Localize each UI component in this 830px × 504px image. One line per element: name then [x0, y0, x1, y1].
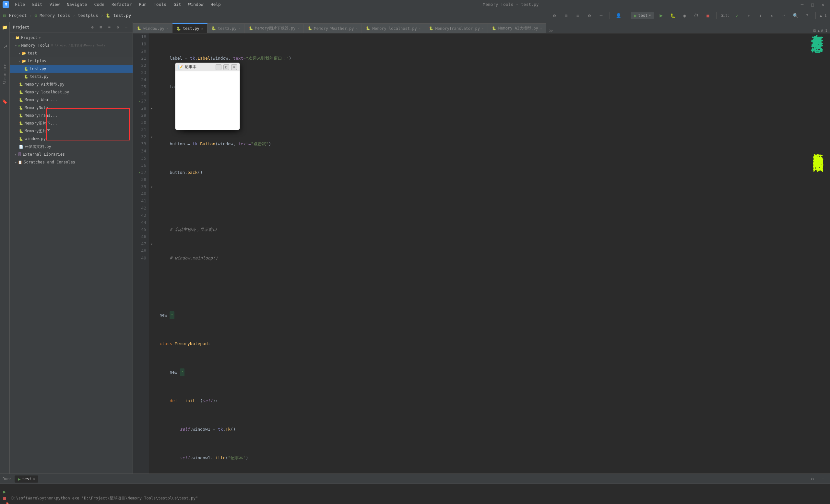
commit-sidebar-icon[interactable]: ⎇: [2, 44, 7, 49]
tab-test2-py-close[interactable]: ✕: [238, 27, 240, 30]
structure-sidebar-icon[interactable]: Structure: [3, 64, 7, 85]
tree-external-libs[interactable]: ▸ 🗄 External Libraries: [10, 151, 133, 158]
run-config-dropdown[interactable]: ▶ test ▼: [631, 12, 654, 19]
project-dropdown[interactable]: ▼: [39, 36, 41, 39]
minimize-button[interactable]: ─: [798, 0, 807, 9]
dialog-notepad-app-icon: 📝: [178, 65, 183, 69]
tree-window-py[interactable]: 🐍 window.py: [10, 135, 133, 143]
coverage-button[interactable]: ◉: [680, 11, 689, 20]
run-tab-test[interactable]: ▶ test ✕: [14, 475, 38, 482]
panel-settings-icon[interactable]: ⚙: [89, 24, 96, 30]
tab-memory-weather[interactable]: 🐍 Memory Weather.py ✕: [304, 23, 362, 33]
menu-window[interactable]: Window: [185, 1, 207, 8]
collapse-icon[interactable]: ─: [597, 11, 606, 20]
search-toolbar-icon[interactable]: 🔍: [791, 11, 800, 20]
dialog-notepad-minimize[interactable]: ─: [216, 64, 221, 70]
menu-tools[interactable]: Tools: [151, 1, 169, 8]
tab-memory-img[interactable]: 🐍 Memory图片下载器.py ✕: [245, 23, 304, 33]
panel-collapse-icon[interactable]: ─: [123, 24, 129, 30]
panel-gear-icon[interactable]: ⚙: [115, 24, 121, 30]
dialog-notepad-maximize[interactable]: □: [223, 64, 229, 70]
a1-badge: ▲ 1: [820, 13, 827, 18]
panel-layout-icon[interactable]: ⊞: [98, 24, 104, 30]
memory-ai-icon: 🐍: [19, 83, 23, 87]
tab-test-py[interactable]: 🐍 test.py ✕: [172, 23, 208, 33]
project-label[interactable]: Project: [9, 13, 27, 18]
menu-refactor[interactable]: Refactor: [108, 1, 135, 8]
tree-test2-py[interactable]: 🐍 test2.py: [10, 73, 133, 81]
layout-icon[interactable]: ⊞: [562, 11, 571, 20]
tree-project-root[interactable]: ▸ 📁 Project ▼: [10, 34, 133, 41]
tab-memory-translator-close[interactable]: ✕: [482, 27, 484, 30]
debug-button-toolbar[interactable]: 🐛: [668, 11, 677, 20]
columns-icon[interactable]: ≡: [573, 11, 582, 20]
tree-memory-img2[interactable]: 🐍 Memory图片下...: [10, 127, 133, 135]
tree-test-folder[interactable]: ▸ 📂 test: [10, 49, 133, 57]
run-pin-icon[interactable]: 📌: [3, 502, 9, 504]
tab-test2-py[interactable]: 🐍 test2.py ✕: [208, 23, 245, 33]
menu-help[interactable]: Help: [208, 1, 224, 8]
tree-testplus-folder[interactable]: ▾ 📂 testplus: [10, 57, 133, 65]
tab-window-py[interactable]: 🐍 window.py ✕: [133, 23, 172, 33]
git-arrow-down-icon[interactable]: ↓: [756, 11, 765, 20]
panel-columns-icon[interactable]: ≡: [106, 24, 113, 30]
tab-memory-ai[interactable]: 🐍 Memory AI大模型.py ✕: [488, 23, 546, 33]
undo-icon[interactable]: ↩: [779, 11, 788, 20]
close-button[interactable]: ✕: [818, 0, 827, 9]
tab-memory-translator-label: MemoryTranslator.py: [436, 26, 480, 31]
tab-memory-localhost-close[interactable]: ✕: [419, 27, 421, 30]
project-sidebar-icon[interactable]: 📁: [2, 25, 7, 30]
dialog-notepad-close[interactable]: ✕: [231, 64, 237, 70]
deco-right-bottom: 海风吹过只剩泪的咸: [812, 145, 824, 154]
menu-file[interactable]: File: [12, 1, 28, 8]
git-check-icon[interactable]: ✓: [732, 11, 741, 20]
tree-test-py[interactable]: 🐍 test.py: [10, 65, 133, 73]
menu-run[interactable]: Run: [136, 1, 150, 8]
help-toolbar-icon[interactable]: ?: [802, 11, 811, 20]
tree-memory-trans[interactable]: 🐍 MemoryTrans...: [10, 112, 133, 119]
bookmarks-sidebar-icon[interactable]: 🔖: [2, 99, 7, 104]
account-icon[interactable]: 👤: [614, 11, 623, 20]
run-settings-gear[interactable]: ⚙: [808, 474, 817, 483]
menu-view[interactable]: View: [46, 1, 63, 8]
tree-label-ext-libs: External Libraries: [23, 152, 65, 157]
run-stop-icon[interactable]: ■: [3, 496, 9, 501]
tab-test-py-close[interactable]: ✕: [201, 27, 203, 30]
tab-memory-localhost-label: Memory localhost.py: [372, 26, 417, 31]
tab-memory-weather-close[interactable]: ✕: [356, 27, 358, 30]
git-refresh-icon[interactable]: ↻: [767, 11, 776, 20]
tab-memory-img-close[interactable]: ✕: [298, 27, 299, 30]
menu-code[interactable]: Code: [91, 1, 108, 8]
run-tab-close[interactable]: ✕: [33, 477, 35, 481]
tree-memory-note[interactable]: 🐍 MemoryNote...: [10, 104, 133, 112]
run-panel-close[interactable]: ─: [818, 474, 827, 483]
run-button-toolbar[interactable]: ▶: [657, 11, 666, 20]
tree-memory-localhost[interactable]: 🐍 Memory localhost.py: [10, 88, 133, 96]
run-settings-icon[interactable]: ⚙: [550, 11, 559, 20]
tree-memory-ai[interactable]: 🐍 Memory AI大模型.py: [10, 81, 133, 88]
breadcrumb-file[interactable]: test.py: [113, 13, 131, 18]
tree-scratches[interactable]: ▸ 📋 Scratches and Consoles: [10, 158, 133, 166]
breadcrumb-testplus[interactable]: testplus: [78, 13, 98, 18]
run-restart-icon[interactable]: ▶: [3, 489, 9, 494]
tree-memory-tools[interactable]: ▾ ⚙ Memory Tools D:\Project\星球项目\Memory …: [10, 41, 133, 49]
git-settings-icon[interactable]: ⚙: [585, 11, 594, 20]
project-name[interactable]: Memory Tools: [39, 13, 70, 18]
maximize-button[interactable]: □: [808, 0, 817, 9]
menu-edit[interactable]: Edit: [29, 1, 45, 8]
dialog-notepad[interactable]: 📝 记事本 ─ □ ✕: [175, 63, 240, 130]
profile-button[interactable]: ⏱: [692, 11, 701, 20]
tab-memory-ai-close[interactable]: ✕: [540, 27, 542, 30]
git-arrow-up-icon[interactable]: ↑: [744, 11, 753, 20]
tab-window-py-close[interactable]: ✕: [166, 27, 168, 30]
tree-memory-weather[interactable]: 🐍 Memory Weat...: [10, 96, 133, 104]
tab-more[interactable]: ≫: [546, 28, 556, 33]
tab-memory-translator[interactable]: 🐍 MemoryTranslator.py ✕: [425, 23, 488, 33]
stop-button[interactable]: ■: [703, 11, 712, 20]
tree-memory-img1[interactable]: 🐍 Memory图片下...: [10, 119, 133, 127]
menu-navigate[interactable]: Navigate: [64, 1, 91, 8]
tab-memory-localhost[interactable]: 🐍 Memory localhost.py ✕: [362, 23, 425, 33]
tree-dev-docs[interactable]: 📄 开发者文档.py: [10, 143, 133, 151]
menu-git[interactable]: Git: [170, 1, 184, 8]
code-content[interactable]: label = tk.Label(window, text="欢迎来到我的窗口！…: [154, 33, 830, 474]
